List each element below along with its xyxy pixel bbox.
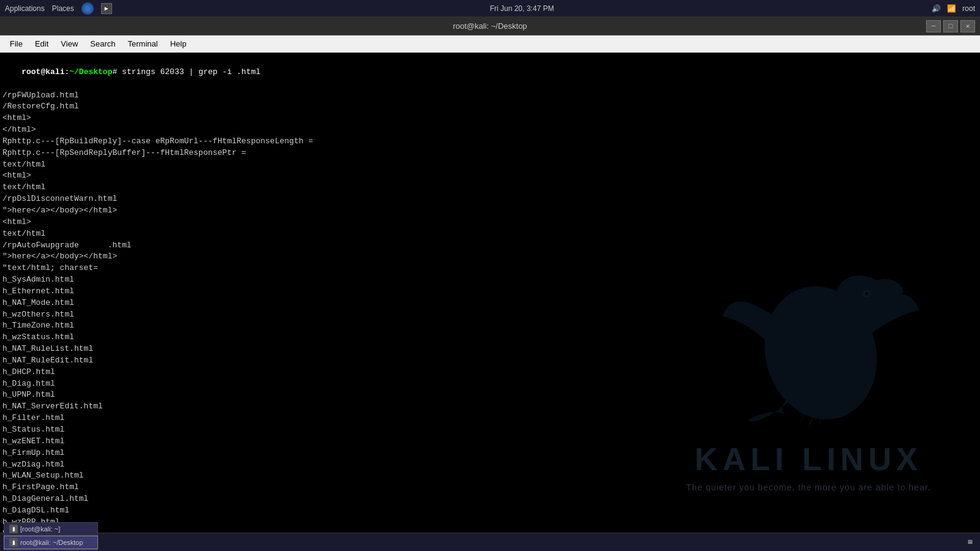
term-line-19: h_wzOthers.html xyxy=(0,309,980,321)
command-text: strings 62033 | grep -i .html xyxy=(122,67,260,77)
command-prompt-line: root@kali:~/Desktop# strings 62033 | gre… xyxy=(0,55,980,90)
terminal-content[interactable]: root@kali:~/Desktop# strings 62033 | gre… xyxy=(0,53,980,533)
network-icon[interactable]: 📶 xyxy=(947,4,956,13)
term-line-14: ">here</a></body></html> xyxy=(0,251,980,263)
taskbar-item-label-0: [root@kali: ~] xyxy=(20,525,60,533)
term-line-29: h_Status.html xyxy=(0,424,980,436)
menu-item-search[interactable]: Search xyxy=(85,38,120,50)
term-line-34: h_FirstPage.html xyxy=(0,482,980,493)
term-line-22: h_NAT_RuleList.html xyxy=(0,343,980,355)
top-bar-right: 🔊 📶 root xyxy=(932,4,975,13)
taskbar: ▮[root@kali: ~]▮root@kali: ~/Desktop🌐.::… xyxy=(0,533,980,551)
term-line-37: h_wzPPP.html xyxy=(0,517,980,528)
term-line-27: h_NAT_ServerEdit.html xyxy=(0,401,980,413)
taskbar-items: ▮[root@kali: ~]▮root@kali: ~/Desktop🌐.::… xyxy=(4,522,98,552)
terminal-output: /rpFWUpload.html/RestoreCfg.html<html></… xyxy=(0,90,980,533)
terminal-taskbar-icon: ▮ xyxy=(9,525,18,533)
term-line-38: h_wzPPPOE.html xyxy=(0,528,980,533)
term-line-36: h_DiagDSL.html xyxy=(0,505,980,517)
term-line-7: <html> xyxy=(0,170,980,182)
datetime-display: Fri Jun 20, 3:47 PM xyxy=(490,4,554,13)
term-line-10: ">here</a></body></html> xyxy=(0,205,980,217)
term-line-11: <html> xyxy=(0,217,980,228)
kali-icon xyxy=(81,2,94,15)
term-line-30: h_wzENET.html xyxy=(0,436,980,448)
term-line-3: </html> xyxy=(0,124,980,136)
term-line-28: h_Filter.html xyxy=(0,413,980,424)
taskbar-grid-icon[interactable]: ⊞ xyxy=(964,536,976,549)
term-line-23: h_NAT_RuleEdit.html xyxy=(0,355,980,367)
menu-item-terminal[interactable]: Terminal xyxy=(123,38,163,50)
volume-icon[interactable]: 🔊 xyxy=(932,4,941,13)
taskbar-item-0[interactable]: ▮[root@kali: ~] xyxy=(4,522,98,536)
terminal-launch-icon[interactable]: ▶ xyxy=(101,3,112,14)
term-line-5: Rphttp.c---[RpSendReplyBuffer]---fHtmlRe… xyxy=(0,148,980,159)
term-line-35: h_DiagGeneral.html xyxy=(0,493,980,505)
maximize-button[interactable]: □ xyxy=(943,20,958,32)
terminal-title-bar: root@kali: ~/Desktop ─ □ ✕ xyxy=(0,17,980,36)
term-line-2: <html> xyxy=(0,113,980,124)
applications-menu[interactable]: Applications xyxy=(5,4,45,13)
prompt-user: root@kali xyxy=(21,67,64,77)
term-line-17: h_Ethernet.html xyxy=(0,286,980,298)
taskbar-right: ⊞ xyxy=(964,536,976,549)
menu-item-help[interactable]: Help xyxy=(165,38,192,50)
term-line-31: h_FirmUp.html xyxy=(0,448,980,459)
taskbar-item-1[interactable]: ▮root@kali: ~/Desktop xyxy=(4,536,98,549)
prompt-hash: # xyxy=(112,67,122,77)
term-line-16: h_SysAdmin.html xyxy=(0,274,980,286)
terminal-menu-bar: FileEditViewSearchTerminalHelp xyxy=(0,36,980,53)
term-line-0: /rpFWUpload.html xyxy=(0,90,980,102)
menu-item-edit[interactable]: Edit xyxy=(30,38,53,50)
taskbar-item-label-1: root@kali: ~/Desktop xyxy=(20,539,83,546)
user-label[interactable]: root xyxy=(962,4,975,13)
global-top-bar: Applications Places ▶ Fri Jun 20, 3:47 P… xyxy=(0,0,980,17)
term-line-4: Rphttp.c---[RpBuildReply]--case eRpRomUr… xyxy=(0,136,980,148)
taskbar-item-2[interactable]: 🌐.::: Web Tabanlı Yapıla... xyxy=(4,549,98,552)
close-button[interactable]: ✕ xyxy=(960,20,975,32)
prompt-path: ~/Desktop xyxy=(69,67,112,77)
term-line-32: h_wzDiag.html xyxy=(0,459,980,471)
term-line-13: /rpAutoFwupgrade .html xyxy=(0,240,980,252)
minimize-button[interactable]: ─ xyxy=(926,20,941,32)
term-line-6: text/html xyxy=(0,159,980,171)
term-line-24: h_DHCP.html xyxy=(0,367,980,378)
top-bar-left: Applications Places ▶ xyxy=(5,2,112,15)
places-menu[interactable]: Places xyxy=(52,4,74,13)
menu-item-view[interactable]: View xyxy=(56,38,83,50)
term-line-20: h_TimeZone.html xyxy=(0,320,980,332)
terminal-taskbar-icon: ▮ xyxy=(9,538,18,547)
term-line-9: /rpDslDisconnetWarn.html xyxy=(0,193,980,205)
window-controls: ─ □ ✕ xyxy=(926,20,975,32)
term-line-21: h_wzStatus.html xyxy=(0,332,980,343)
term-line-25: h_Diag.html xyxy=(0,378,980,390)
term-line-26: h_UPNP.html xyxy=(0,389,980,401)
term-line-1: /RestoreCfg.html xyxy=(0,101,980,113)
terminal-title-text: root@kali: ~/Desktop xyxy=(453,21,527,31)
term-line-12: text/html xyxy=(0,228,980,240)
term-line-18: h_NAT_Mode.html xyxy=(0,298,980,309)
menu-item-file[interactable]: File xyxy=(5,38,28,50)
term-line-15: "text/html; charset= xyxy=(0,263,980,274)
term-line-8: text/html xyxy=(0,182,980,193)
term-line-33: h_WLAN_Setup.html xyxy=(0,470,980,482)
